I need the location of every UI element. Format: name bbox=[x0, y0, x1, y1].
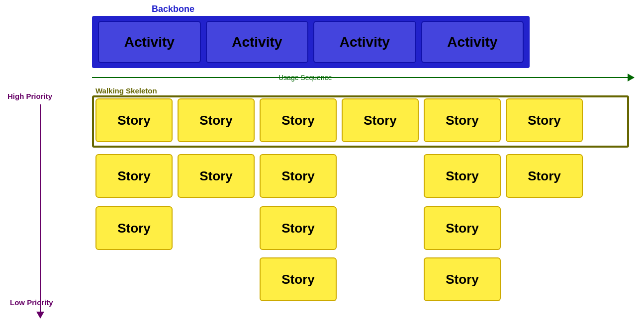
story-r2-c3: Story bbox=[260, 154, 337, 198]
story-r2-placeholder bbox=[342, 154, 419, 198]
story-r4-placeholder1 bbox=[95, 257, 173, 301]
story-r1-c6: Story bbox=[506, 98, 583, 142]
story-r4-c3: Story bbox=[260, 257, 337, 301]
story-r2-c6: Story bbox=[506, 154, 583, 198]
low-priority-label: Low Priority bbox=[10, 298, 53, 307]
story-r1-c4: Story bbox=[342, 98, 419, 142]
story-r3-c3: Story bbox=[260, 206, 337, 250]
activity-card-3: Activity bbox=[313, 21, 416, 63]
story-row-1: Story Story Story Story Story Story bbox=[95, 98, 583, 142]
high-priority-label: High Priority bbox=[7, 92, 52, 100]
usage-sequence-arrow bbox=[92, 77, 634, 78]
priority-arrow bbox=[40, 104, 41, 318]
story-row-4: Story Story bbox=[95, 257, 501, 301]
story-r3-placeholder1 bbox=[178, 206, 255, 250]
story-r2-c2: Story bbox=[178, 154, 255, 198]
story-r1-c5: Story bbox=[424, 98, 501, 142]
story-r1-c1: Story bbox=[95, 98, 173, 142]
usage-sequence-label: Usage Sequence bbox=[278, 74, 332, 82]
story-r1-c2: Story bbox=[178, 98, 255, 142]
activity-card-2: Activity bbox=[206, 21, 309, 63]
walking-skeleton-label: Walking Skeleton bbox=[95, 86, 157, 95]
story-r4-c5: Story bbox=[424, 257, 501, 301]
story-r3-c1: Story bbox=[95, 206, 173, 250]
story-r4-placeholder3 bbox=[342, 257, 419, 301]
diagram-container: Backbone Activity Activity Activity Acti… bbox=[0, 0, 644, 331]
activity-card-4: Activity bbox=[421, 21, 524, 63]
story-row-3: Story Story Story bbox=[95, 206, 501, 250]
story-r2-c5: Story bbox=[424, 154, 501, 198]
backbone-row: Activity Activity Activity Activity bbox=[92, 16, 530, 68]
backbone-label: Backbone bbox=[152, 4, 194, 14]
story-row-2: Story Story Story Story Story bbox=[95, 154, 583, 198]
story-r3-placeholder2 bbox=[342, 206, 419, 250]
activity-card-1: Activity bbox=[98, 21, 201, 63]
story-r1-c3: Story bbox=[260, 98, 337, 142]
story-r3-c5: Story bbox=[424, 206, 501, 250]
story-r2-c1: Story bbox=[95, 154, 173, 198]
story-r4-placeholder2 bbox=[178, 257, 255, 301]
